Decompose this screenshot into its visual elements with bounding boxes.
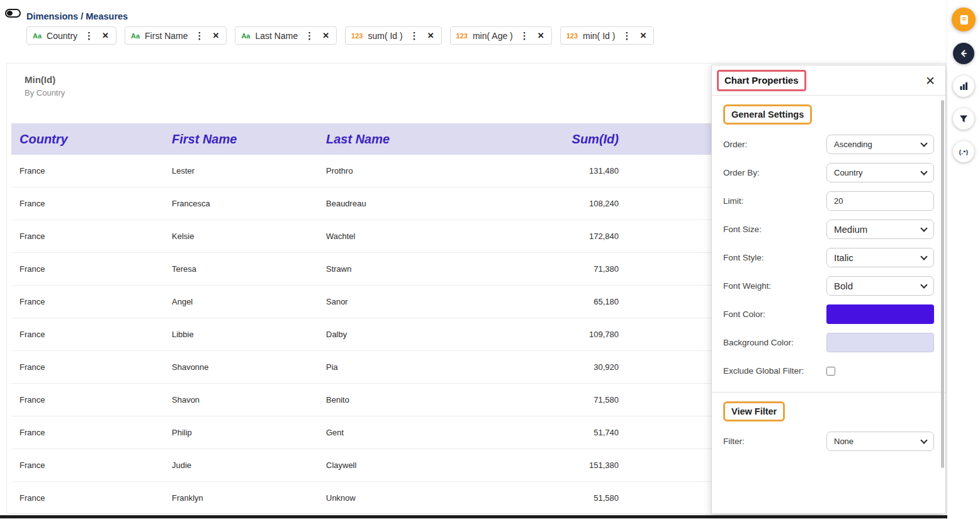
column-header-country[interactable]: Country: [11, 132, 166, 147]
notebook-icon: [958, 14, 970, 26]
close-icon[interactable]: ✕: [321, 31, 330, 40]
column-header-first-name[interactable]: First Name: [166, 132, 320, 147]
chevron-down-icon: [920, 253, 927, 260]
background-color-label: Background Color:: [723, 338, 794, 347]
order-by-value: Country: [834, 168, 863, 177]
field-type-badge: 123: [566, 32, 578, 40]
limit-label: Limit:: [723, 196, 743, 206]
font-weight-row: Font Weight: Bold: [723, 276, 934, 296]
cell-country: France: [11, 166, 166, 176]
field-type-badge: 123: [351, 32, 363, 40]
limit-row: Limit:: [723, 191, 934, 211]
cell-country: France: [11, 199, 166, 208]
kebab-menu-icon[interactable]: ⋮: [303, 30, 316, 42]
cell-last-name: Prothro: [320, 166, 468, 176]
chevron-down-icon: [920, 168, 927, 175]
cell-first-name: Kelsie: [166, 232, 320, 241]
font-weight-select[interactable]: Bold: [826, 276, 934, 296]
chevron-down-icon: [920, 225, 927, 232]
cell-last-name: Strawn: [320, 264, 468, 274]
bottom-scrollbar[interactable]: [0, 515, 947, 518]
cell-last-name: Dalby: [320, 330, 468, 339]
cell-sum-id: 71,380: [468, 264, 633, 274]
back-button[interactable]: [953, 43, 974, 64]
field-chip: Aa Last Name ⋮ ✕: [235, 26, 337, 45]
field-type-badge: Aa: [33, 32, 42, 40]
highlight-box-general-settings: General Settings: [723, 104, 812, 125]
cell-first-name: Teresa: [166, 264, 320, 274]
panel-scrollbar[interactable]: [941, 100, 944, 468]
cell-last-name: Claywell: [320, 460, 468, 470]
order-by-row: Order By: Country: [723, 163, 934, 182]
order-select[interactable]: Ascending: [826, 135, 934, 154]
cell-last-name: Unknow: [320, 493, 468, 503]
column-header-sum-id[interactable]: Sum(Id): [468, 132, 633, 147]
order-label: Order:: [723, 140, 747, 149]
regex-icon: (.*): [959, 148, 969, 155]
order-by-select[interactable]: Country: [826, 163, 934, 182]
highlight-box-view-filter: View Filter: [723, 401, 785, 421]
panel-close-icon[interactable]: ✕: [925, 75, 935, 87]
close-icon[interactable]: ✕: [536, 31, 546, 40]
cell-first-name: Francesca: [166, 199, 320, 208]
font-color-swatch[interactable]: [826, 304, 934, 324]
cell-last-name: Sanor: [320, 297, 468, 306]
close-icon[interactable]: ✕: [426, 31, 436, 40]
limit-input[interactable]: [826, 191, 934, 211]
cell-last-name: Pia: [320, 362, 468, 372]
cell-sum-id: 51,580: [468, 493, 633, 503]
breadcrumb[interactable]: Dimensions / Measures: [26, 11, 128, 21]
chart-button[interactable]: [953, 75, 974, 97]
kebab-menu-icon[interactable]: ⋮: [193, 30, 206, 42]
background-color-swatch[interactable]: [826, 333, 934, 352]
font-style-select[interactable]: Italic: [826, 248, 934, 267]
filter-button[interactable]: [953, 108, 974, 130]
panel-title: Chart Properties: [724, 75, 799, 86]
filter-select[interactable]: None: [826, 432, 934, 451]
filter-row: Filter: None: [723, 432, 934, 451]
kebab-menu-icon[interactable]: ⋮: [620, 30, 633, 42]
cell-sum-id: 109,780: [468, 330, 633, 339]
order-value: Ascending: [834, 140, 872, 149]
font-weight-label: Font Weight:: [723, 281, 771, 291]
font-size-select[interactable]: Medium: [826, 220, 934, 239]
cell-first-name: Lester: [166, 166, 320, 176]
chevron-down-icon: [920, 281, 927, 288]
chevron-down-icon: [920, 140, 927, 147]
field-type-badge: Aa: [131, 32, 140, 40]
cell-first-name: Angel: [166, 297, 320, 306]
panel-header: Chart Properties ✕: [712, 65, 945, 96]
field-chip-label: sum( Id ): [368, 31, 402, 41]
field-type-badge: Aa: [241, 32, 250, 40]
close-icon[interactable]: ✕: [211, 31, 221, 40]
exclude-global-filter-area: [826, 367, 934, 376]
exclude-global-filter-checkbox[interactable]: [826, 367, 835, 376]
filter-value: None: [834, 437, 853, 446]
cell-last-name: Beaudreau: [320, 199, 468, 208]
section-divider: [712, 392, 945, 393]
field-chip: 123 sum( Id ) ⋮ ✕: [345, 26, 442, 45]
close-icon[interactable]: ✕: [101, 31, 110, 40]
cell-last-name: Wachtel: [320, 232, 468, 241]
field-chips: Aa Country ⋮ ✕ Aa First Name ⋮ ✕ Aa Last…: [26, 26, 654, 45]
font-weight-value: Bold: [834, 281, 853, 291]
field-chip-label: Country: [47, 31, 77, 41]
field-chip-label: min( Id ): [583, 31, 615, 41]
view-filter-heading: View Filter: [731, 406, 777, 416]
regex-button[interactable]: (.*): [953, 141, 974, 162]
toggle-icon[interactable]: [5, 9, 21, 18]
font-style-label: Font Style:: [723, 253, 764, 262]
field-chip-label: min( Age ): [473, 31, 513, 41]
notebook-button[interactable]: [952, 8, 976, 31]
cell-sum-id: 151,380: [468, 460, 633, 470]
kebab-menu-icon[interactable]: ⋮: [82, 30, 96, 42]
kebab-menu-icon[interactable]: ⋮: [408, 30, 421, 42]
cell-first-name: Shavonne: [166, 362, 320, 372]
order-row: Order: Ascending: [723, 135, 934, 154]
field-type-badge: 123: [456, 32, 468, 40]
column-header-last-name[interactable]: Last Name: [320, 132, 468, 147]
general-settings-heading: General Settings: [731, 109, 804, 120]
font-style-row: Font Style: Italic: [723, 248, 934, 267]
kebab-menu-icon[interactable]: ⋮: [518, 30, 531, 42]
close-icon[interactable]: ✕: [638, 31, 648, 40]
